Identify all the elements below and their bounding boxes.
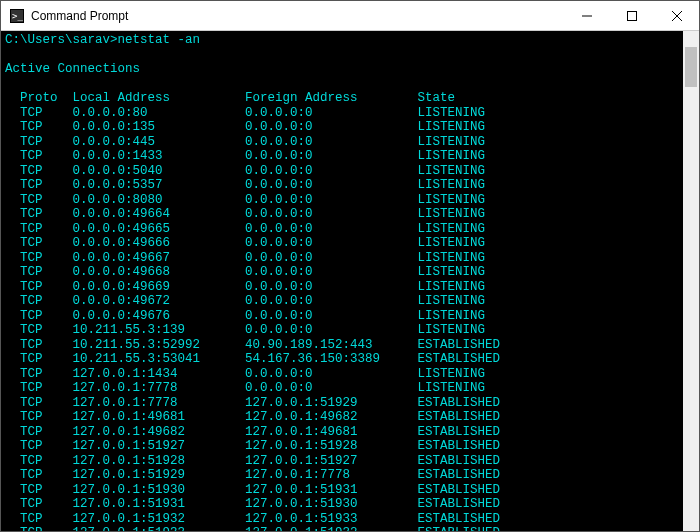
scrollbar-thumb[interactable] xyxy=(685,47,697,87)
window-controls xyxy=(564,1,699,30)
minimize-icon xyxy=(582,11,592,21)
command-prompt-window: >_ Command Prompt C:\Users\sarav>netstat… xyxy=(0,0,700,532)
window-title: Command Prompt xyxy=(31,9,564,23)
close-icon xyxy=(672,11,682,21)
cmd-icon: >_ xyxy=(9,8,25,24)
maximize-icon xyxy=(627,11,637,21)
close-button[interactable] xyxy=(654,1,699,30)
svg-rect-4 xyxy=(627,11,636,20)
terminal-area: C:\Users\sarav>netstat -an Active Connec… xyxy=(1,31,699,531)
vertical-scrollbar[interactable] xyxy=(683,31,699,531)
maximize-button[interactable] xyxy=(609,1,654,30)
minimize-button[interactable] xyxy=(564,1,609,30)
terminal-output[interactable]: C:\Users\sarav>netstat -an Active Connec… xyxy=(1,31,683,531)
svg-text:>_: >_ xyxy=(12,11,23,21)
titlebar[interactable]: >_ Command Prompt xyxy=(1,1,699,31)
